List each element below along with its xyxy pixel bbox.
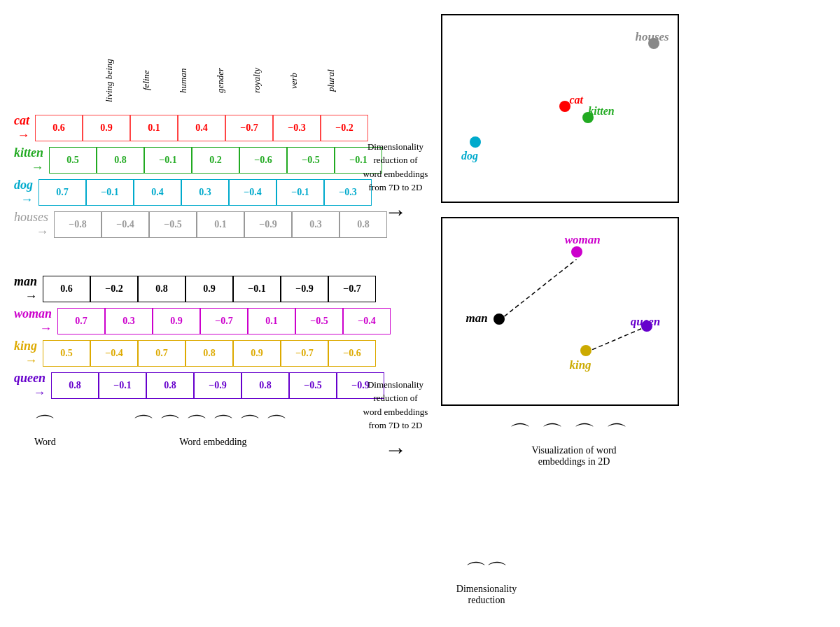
top-word-group: cat → 0.6 0.9 0.1 0.4 −0.7 −0.3 −0.2 kit… <box>14 113 350 239</box>
col-header-verb: verb <box>276 49 313 112</box>
mid-block-top: Dimensionalityreduction ofword embedding… <box>363 105 428 259</box>
right-charts-section: houses cat kitten dog woman <box>441 7 707 595</box>
scatter-dot-dog <box>470 136 481 148</box>
word-label-houses: houses → <box>14 210 54 239</box>
label-visualization: Visualization of wordembeddings in 2D <box>531 445 616 467</box>
scatter-label-dog: dog <box>461 150 478 162</box>
cell-king-5: −0.7 <box>281 340 328 367</box>
cell-dog-3: 0.3 <box>181 179 229 206</box>
cell-dog-4: −0.4 <box>229 179 276 206</box>
cells-king: 0.5 −0.4 0.7 0.8 0.9 −0.7 −0.6 <box>43 340 376 367</box>
scatter-dot-king <box>580 345 592 356</box>
cell-king-3: 0.8 <box>186 340 233 367</box>
label-embedding: Word embedding <box>179 437 246 448</box>
scatter-dot-woman <box>571 246 582 258</box>
cell-king-4: 0.9 <box>233 340 281 367</box>
main-layout: living being feline human gender royalty… <box>0 0 840 602</box>
cells-cat: 0.6 0.9 0.1 0.4 −0.7 −0.3 −0.2 <box>35 115 368 141</box>
word-row-houses: houses → −0.8 −0.4 −0.5 0.1 −0.9 0.3 0.8 <box>14 210 350 239</box>
top-scatter-chart: houses cat kitten dog <box>441 14 679 203</box>
word-label-dog: dog → <box>14 178 38 207</box>
cell-man-4: −0.1 <box>233 276 281 302</box>
word-row-kitten: kitten → 0.5 0.8 −0.1 0.2 −0.6 −0.5 −0.1 <box>14 146 350 175</box>
scatter-dot-queen <box>641 320 652 332</box>
cell-cat-2: 0.1 <box>130 115 178 141</box>
cell-queen-4: 0.8 <box>241 372 289 399</box>
cell-queen-5: −0.5 <box>289 372 337 399</box>
word-row-man: man → 0.6 −0.2 0.8 0.9 −0.1 −0.9 −0.7 <box>14 274 350 304</box>
dim-reduction-label-section: ⌒⌒ Dimensionalityreduction <box>448 561 525 606</box>
cell-woman-0: 0.7 <box>57 308 105 334</box>
viz-label-section: ⌒⌒⌒⌒ Visualization of wordembeddings in … <box>441 423 707 467</box>
col-header-feline: feline <box>128 49 165 112</box>
cell-kitten-2: −0.1 <box>144 147 192 174</box>
label-word: Word <box>34 437 56 448</box>
cell-kitten-5: −0.5 <box>287 147 335 174</box>
cell-cat-0: 0.6 <box>35 115 83 141</box>
cell-man-3: 0.9 <box>186 276 233 302</box>
arrow-right-bottom: → <box>384 437 407 463</box>
cell-houses-4: −0.9 <box>244 211 292 238</box>
dim-reduction-text-bottom: Dimensionalityreduction ofword embedding… <box>363 378 428 432</box>
col-header-gender: gender <box>202 49 239 112</box>
cell-woman-4: 0.1 <box>248 308 295 334</box>
cell-woman-2: 0.9 <box>153 308 200 334</box>
cell-houses-2: −0.5 <box>149 211 197 238</box>
bottom-scatter-chart: woman man queen king <box>441 217 679 406</box>
cell-cat-5: −0.3 <box>273 115 321 141</box>
cell-cat-4: −0.7 <box>225 115 273 141</box>
cell-kitten-1: 0.8 <box>97 147 144 174</box>
cell-queen-3: −0.9 <box>194 372 241 399</box>
cell-houses-5: 0.3 <box>292 211 340 238</box>
cell-woman-1: 0.3 <box>105 308 153 334</box>
scatter-label-man: man <box>466 311 488 325</box>
cell-queen-0: 0.8 <box>51 372 99 399</box>
bottom-labels: ⌒ Word ⌒⌒⌒⌒⌒⌒ Word embedding <box>14 414 350 448</box>
word-row-king: king → 0.5 −0.4 0.7 0.8 0.9 −0.7 −0.6 <box>14 339 350 368</box>
word-label-queen: queen → <box>14 371 51 400</box>
cell-king-1: −0.4 <box>90 340 138 367</box>
dim-reduction-text-top: Dimensionalityreduction ofword embedding… <box>363 140 428 195</box>
cell-kitten-4: −0.6 <box>239 147 287 174</box>
cells-woman: 0.7 0.3 0.9 −0.7 0.1 −0.5 −0.4 <box>57 308 391 334</box>
word-row-woman: woman → 0.7 0.3 0.9 −0.7 0.1 −0.5 −0.4 <box>14 307 350 336</box>
scatter-dot-cat <box>559 101 570 112</box>
cell-dog-0: 0.7 <box>38 179 86 206</box>
cells-queen: 0.8 −0.1 0.8 −0.9 0.8 −0.5 −0.9 <box>51 372 384 399</box>
scatter-dot-man <box>493 314 505 325</box>
scatter-label-woman: woman <box>565 233 601 247</box>
bottom-word-group: man → 0.6 −0.2 0.8 0.9 −0.1 −0.9 −0.7 wo… <box>14 274 350 400</box>
word-label-woman: woman → <box>14 307 57 336</box>
scatter-dot-houses <box>648 38 659 49</box>
svg-line-1 <box>586 326 647 352</box>
word-label-king: king → <box>14 339 43 368</box>
col-header-human: human <box>165 49 202 112</box>
scatter-label-cat: cat <box>569 94 583 106</box>
cell-dog-2: 0.4 <box>134 179 181 206</box>
middle-section: Dimensionalityreduction ofword embedding… <box>350 7 441 595</box>
label-reduction: Dimensionalityreduction <box>456 584 517 606</box>
cell-houses-1: −0.4 <box>102 211 149 238</box>
col-header-royalty: royalty <box>239 49 276 112</box>
embedding-brace-section: ⌒⌒⌒⌒⌒⌒ Word embedding <box>76 414 350 448</box>
scatter-label-king: king <box>569 358 591 372</box>
cell-dog-5: −0.1 <box>276 179 324 206</box>
arrow-right-top: → <box>384 199 407 225</box>
cells-dog: 0.7 −0.1 0.4 0.3 −0.4 −0.1 −0.3 <box>38 179 372 206</box>
cell-cat-3: 0.4 <box>178 115 225 141</box>
word-label-man: man → <box>14 274 43 304</box>
word-row-cat: cat → 0.6 0.9 0.1 0.4 −0.7 −0.3 −0.2 <box>14 113 350 143</box>
scatter-dot-kitten <box>582 112 594 123</box>
cells-houses: −0.8 −0.4 −0.5 0.1 −0.9 0.3 0.8 <box>54 211 387 238</box>
column-headers: living being feline human gender royalty… <box>91 49 350 112</box>
cell-king-2: 0.7 <box>138 340 186 367</box>
cell-woman-3: −0.7 <box>200 308 248 334</box>
cell-houses-0: −0.8 <box>54 211 102 238</box>
cell-king-0: 0.5 <box>43 340 90 367</box>
cell-man-1: −0.2 <box>90 276 138 302</box>
cell-kitten-0: 0.5 <box>49 147 97 174</box>
col-header-living: living being <box>91 49 128 112</box>
cell-woman-5: −0.5 <box>295 308 343 334</box>
col-header-plural: plural <box>313 49 350 112</box>
cell-kitten-3: 0.2 <box>192 147 239 174</box>
